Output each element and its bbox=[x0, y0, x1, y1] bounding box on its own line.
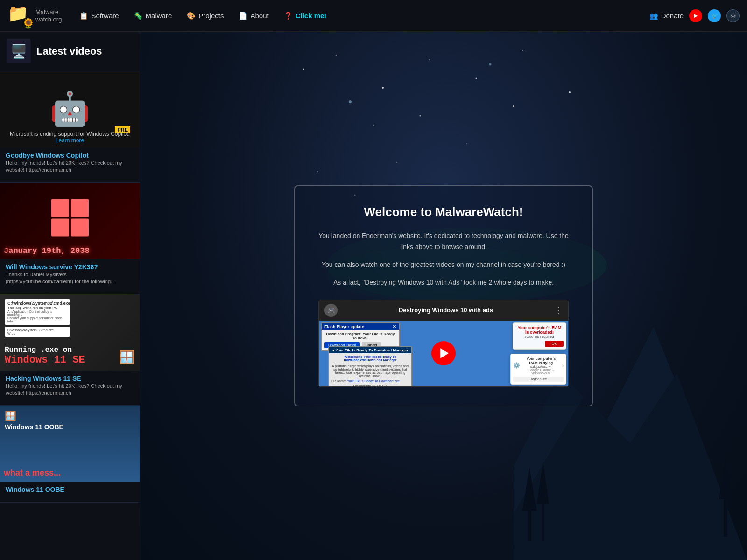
more-options-icon[interactable]: ⋮ bbox=[554, 305, 563, 315]
welcome-text-1: You landed on Enderman's website. It's d… bbox=[318, 231, 569, 253]
video-card-w11se[interactable]: C:\Windows\System32\cmd.exe This app won… bbox=[0, 294, 140, 406]
video-title-copilot[interactable]: Goodbye Windows Copilot bbox=[6, 152, 89, 159]
sidebar: 🖥️ Latest videos 🤖 PRE Microsoft is endi… bbox=[0, 32, 140, 560]
donate-icon: 👥 bbox=[649, 12, 658, 20]
play-button[interactable] bbox=[431, 341, 456, 365]
video-thumb-y2k38: January 19th, 2038 bbox=[0, 183, 140, 259]
chrome-notification: ⚙️ Your computer's RAM is dying s.d.tj.r… bbox=[510, 354, 566, 385]
video-info-copilot: Goodbye Windows Copilot Hello, my friend… bbox=[0, 147, 140, 176]
video-title-oobe[interactable]: Windows 11 OOBE bbox=[6, 486, 64, 493]
nav-right: 👥 Donate ▶ 🐦 ♾ bbox=[649, 9, 740, 22]
video-desc-w11se: Hello, my friends! Let's hit 20K likes? … bbox=[6, 383, 134, 397]
embedded-video[interactable]: 🎮 Destroying Windows 10 with ads ⋮ bbox=[318, 300, 569, 387]
nav-malware[interactable]: 🦠 Malware bbox=[127, 8, 179, 24]
logo-text: Malware watch.org bbox=[35, 8, 62, 23]
video-desc-y2k38: Thanks to Daniel Myslivets (https://yout… bbox=[6, 271, 134, 286]
welcome-fact: As a fact, "Destroying Windows 10 with A… bbox=[318, 277, 569, 288]
video-title-bar: 🎮 Destroying Windows 10 with ads ⋮ bbox=[319, 300, 568, 321]
video-title-w11se[interactable]: Hacking Windows 11 SE bbox=[6, 375, 81, 382]
main-content: Welcome to MalwareWatch! You landed on E… bbox=[140, 32, 747, 560]
twitter-icon: 🐦 bbox=[711, 13, 718, 19]
welcome-text-2: You can also watch one of the greatest v… bbox=[318, 259, 569, 271]
youtube-link[interactable]: ▶ bbox=[689, 9, 702, 22]
yt-video-title: Destroying Windows 10 with ads bbox=[341, 307, 550, 314]
welcome-container: Welcome to MalwareWatch! You landed on E… bbox=[140, 32, 747, 560]
welcome-title: Welcome to MalwareWatch! bbox=[318, 205, 569, 219]
thumb-ad-text: Microsoft is ending support for Windows … bbox=[0, 131, 140, 144]
clickme-icon: ❓ bbox=[284, 12, 293, 20]
welcome-box: Welcome to MalwareWatch! You landed on E… bbox=[294, 185, 593, 406]
steam-icon: ♾ bbox=[730, 12, 736, 20]
video-info-oobe: Windows 11 OOBE bbox=[0, 482, 140, 496]
video-info-y2k38: Will Windows survive Y2K38? Thanks to Da… bbox=[0, 259, 140, 287]
video-title-y2k38[interactable]: Will Windows survive Y2K38? bbox=[6, 263, 98, 271]
software-icon: 📋 bbox=[79, 12, 88, 20]
logo-icon: 📁 🌻 bbox=[7, 4, 32, 28]
video-thumb-copilot: 🤖 PRE Microsoft is ending support for Wi… bbox=[0, 71, 140, 147]
donate-button[interactable]: 👥 Donate bbox=[649, 12, 684, 20]
steam-link[interactable]: ♾ bbox=[726, 9, 740, 22]
malware-icon: 🦠 bbox=[134, 12, 143, 20]
channel-avatar: 🎮 bbox=[324, 304, 338, 317]
ok-btn[interactable]: OK bbox=[545, 341, 564, 347]
video-card-copilot[interactable]: 🤖 PRE Microsoft is ending support for Wi… bbox=[0, 71, 140, 183]
video-thumb-w11se: C:\Windows\System32\cmd.exe This app won… bbox=[0, 294, 140, 371]
nav-about[interactable]: 📄 About bbox=[232, 8, 275, 24]
ram-overloaded-popup: Your computer's RAMis overloaded! Action… bbox=[513, 322, 566, 350]
video-thumb-oobe: 🪟 Windows 11 OOBE what a mess... bbox=[0, 406, 140, 482]
download-manager-popup: ● Your File Is Ready To Download Manager… bbox=[328, 346, 412, 386]
navbar: 📁 🌻 Malware watch.org 📋 Software 🦠 Malwa… bbox=[0, 0, 747, 32]
video-desc-copilot: Hello, my friends! Let's hit 20K likes? … bbox=[6, 160, 134, 174]
video-info-w11se: Hacking Windows 11 SE Hello, my friends!… bbox=[0, 371, 140, 399]
copilot-icon: 🤖 bbox=[49, 90, 90, 128]
sidebar-header: 🖥️ Latest videos bbox=[0, 32, 140, 71]
nav-software[interactable]: 📋 Software bbox=[73, 8, 125, 24]
projects-icon: 🎨 bbox=[187, 12, 196, 20]
video-card-y2k38[interactable]: January 19th, 2038 Will Windows survive … bbox=[0, 183, 140, 294]
sidebar-header-icon: 🖥️ bbox=[7, 39, 31, 63]
twitter-link[interactable]: 🐦 bbox=[708, 9, 721, 22]
nav-clickme[interactable]: ❓ Click me! bbox=[277, 8, 333, 24]
nav-projects[interactable]: 🎨 Projects bbox=[180, 8, 230, 24]
site-logo[interactable]: 📁 🌻 Malware watch.org bbox=[7, 4, 62, 28]
youtube-icon: ▶ bbox=[694, 13, 698, 19]
y2k-date-text: January 19th, 2038 bbox=[4, 246, 90, 255]
about-icon: 📄 bbox=[239, 12, 247, 20]
sidebar-title: Latest videos bbox=[36, 45, 102, 57]
video-card-oobe[interactable]: 🪟 Windows 11 OOBE what a mess... Windows… bbox=[0, 406, 140, 503]
nav-links: 📋 Software 🦠 Malware 🎨 Projects 📄 About … bbox=[73, 8, 649, 24]
main-layout: 🖥️ Latest videos 🤖 PRE Microsoft is endi… bbox=[0, 32, 747, 560]
